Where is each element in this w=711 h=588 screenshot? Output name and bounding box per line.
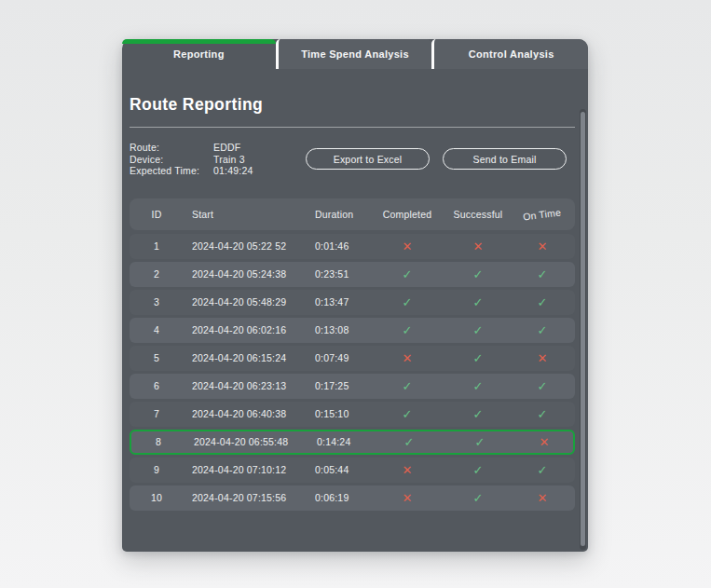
route-info: Route: EDDF Device: Train 3 Expected Tim… — [130, 142, 253, 177]
cell-duration: 0:14:24 — [308, 436, 372, 447]
column-header-duration: Duration — [307, 209, 370, 220]
cell-on-time: ✓ — [512, 464, 573, 476]
cell-duration: 0:05:44 — [307, 464, 370, 475]
cell-completed: ✓ — [370, 380, 444, 392]
cell-on-time: ✓ — [512, 380, 573, 392]
cell-id: 5 — [130, 352, 184, 363]
cell-id: 7 — [130, 408, 184, 419]
column-header-completed: Completed — [370, 209, 444, 220]
table-row[interactable]: 6 2024-04-20 06:23:13 0:17:25 ✓ ✓ ✓ — [130, 374, 575, 399]
table-header: ID Start Duration Completed Successful O… — [130, 198, 575, 230]
cell-start: 2024-04-20 06:15:24 — [184, 352, 307, 363]
status-mark-icon: ✕ — [402, 351, 412, 365]
status-mark-icon: ✓ — [472, 407, 483, 421]
table-row[interactable]: 10 2024-04-20 07:15:56 0:06:19 ✕ ✓ ✕ — [130, 485, 575, 511]
cell-on-time: ✕ — [512, 492, 573, 504]
title-divider — [130, 127, 575, 128]
table-row[interactable]: 8 2024-04-20 06:55:48 0:14:24 ✓ ✓ ✕ — [130, 430, 575, 455]
status-mark-icon: ✓ — [403, 435, 414, 449]
expected-time-value: 01:49:24 — [213, 165, 253, 177]
send-to-email-button[interactable]: Send to Email — [443, 148, 567, 170]
status-mark-icon: ✓ — [537, 295, 547, 309]
cell-on-time: ✓ — [512, 408, 573, 420]
cell-duration: 0:17:25 — [307, 380, 370, 391]
cell-on-time: ✕ — [512, 240, 573, 253]
cell-duration: 0:13:47 — [307, 296, 370, 308]
cell-completed: ✓ — [370, 296, 444, 308]
status-mark-icon: ✓ — [402, 379, 412, 393]
expected-time-label: Expected Time: — [130, 165, 213, 177]
cell-completed: ✓ — [370, 268, 444, 280]
cell-successful: ✓ — [444, 408, 512, 420]
desktop-background: { "tabs": [ {"label": "Reporting", "acti… — [0, 0, 711, 588]
cell-start: 2024-04-20 07:10:12 — [184, 464, 307, 475]
cell-start: 2024-04-20 06:23:13 — [184, 380, 307, 391]
status-mark-icon: ✓ — [472, 491, 483, 505]
results-table: ID Start Duration Completed Successful O… — [130, 198, 575, 511]
cell-start: 2024-04-20 05:24:38 — [184, 268, 307, 280]
status-mark-icon: ✓ — [537, 463, 547, 477]
table-row[interactable]: 2 2024-04-20 05:24:38 0:23:51 ✓ ✓ ✓ — [130, 262, 575, 287]
status-mark-icon: ✕ — [539, 435, 549, 449]
cell-completed: ✓ — [370, 324, 444, 336]
cell-id: 10 — [130, 492, 184, 503]
cell-completed: ✕ — [370, 464, 444, 476]
status-mark-icon: ✓ — [472, 323, 483, 337]
table-row[interactable]: 7 2024-04-20 06:40:38 0:15:10 ✓ ✓ ✓ — [130, 402, 575, 427]
status-mark-icon: ✓ — [402, 407, 412, 421]
route-label: Route: — [130, 142, 213, 154]
cell-duration: 0:23:51 — [307, 268, 370, 280]
cell-completed: ✕ — [370, 352, 444, 364]
cell-on-time: ✓ — [512, 268, 573, 280]
tab-time-spend-analysis-label: Time Spend Analysis — [301, 48, 409, 60]
table-row[interactable]: 4 2024-04-20 06:02:16 0:13:08 ✓ ✓ ✓ — [130, 318, 575, 343]
table-row[interactable]: 3 2024-04-20 05:48:29 0:13:47 ✓ ✓ ✓ — [130, 290, 575, 315]
cell-completed: ✓ — [370, 408, 444, 420]
status-mark-icon: ✕ — [402, 239, 412, 253]
device-value: Train 3 — [213, 154, 253, 166]
status-mark-icon: ✕ — [402, 491, 412, 505]
cell-successful: ✓ — [444, 492, 512, 504]
tab-control-analysis[interactable]: Control Analysis — [431, 39, 588, 69]
table-row[interactable]: 9 2024-04-20 07:10:12 0:05:44 ✕ ✓ ✓ — [130, 458, 575, 483]
export-to-excel-button[interactable]: Export to Excel — [306, 148, 430, 170]
cell-duration: 0:15:10 — [307, 408, 370, 419]
meta-row: Route: EDDF Device: Train 3 Expected Tim… — [130, 142, 575, 177]
scrollbar-track[interactable] — [580, 109, 586, 550]
status-mark-icon: ✕ — [537, 351, 547, 365]
status-mark-icon: ✕ — [537, 239, 547, 253]
device-label: Device: — [130, 154, 213, 166]
cell-successful: ✓ — [444, 464, 512, 476]
cell-on-time: ✕ — [512, 352, 573, 364]
route-reporting-panel: Reporting Time Spend Analysis Control An… — [122, 39, 588, 552]
status-mark-icon: ✓ — [474, 435, 485, 449]
column-header-start: Start — [184, 209, 307, 220]
cell-duration: 0:01:46 — [307, 240, 370, 252]
page-title: Route Reporting — [130, 95, 575, 115]
route-value: EDDF — [213, 142, 253, 154]
table-row[interactable]: 1 2024-04-20 05:22 52 0:01:46 ✕ ✕ ✕ — [130, 234, 575, 259]
status-mark-icon: ✓ — [472, 351, 483, 365]
cell-completed: ✕ — [370, 240, 444, 253]
cell-completed: ✓ — [372, 436, 446, 448]
column-header-id: ID — [130, 209, 184, 220]
cell-id: 3 — [130, 296, 184, 308]
cell-duration: 0:07:49 — [307, 352, 370, 363]
scrollbar-thumb[interactable] — [581, 112, 585, 546]
status-mark-icon: ✓ — [402, 267, 412, 281]
table-body: 1 2024-04-20 05:22 52 0:01:46 ✕ ✕ ✕ 2 20… — [130, 234, 575, 511]
status-mark-icon: ✓ — [402, 295, 412, 309]
cell-duration: 0:06:19 — [307, 492, 370, 503]
tab-time-spend-analysis[interactable]: Time Spend Analysis — [276, 39, 432, 69]
status-mark-icon: ✓ — [402, 323, 412, 337]
column-header-successful: Successful — [444, 209, 512, 220]
tab-reporting[interactable]: Reporting — [122, 39, 276, 69]
status-mark-icon: ✕ — [402, 463, 412, 477]
tab-control-analysis-label: Control Analysis — [469, 48, 554, 60]
cell-duration: 0:13:08 — [307, 324, 370, 335]
cell-id: 8 — [131, 436, 185, 447]
cell-successful: ✓ — [444, 296, 512, 308]
status-mark-icon: ✓ — [472, 463, 483, 477]
status-mark-icon: ✓ — [472, 295, 483, 309]
table-row[interactable]: 5 2024-04-20 06:15:24 0:07:49 ✕ ✓ ✕ — [130, 346, 575, 371]
